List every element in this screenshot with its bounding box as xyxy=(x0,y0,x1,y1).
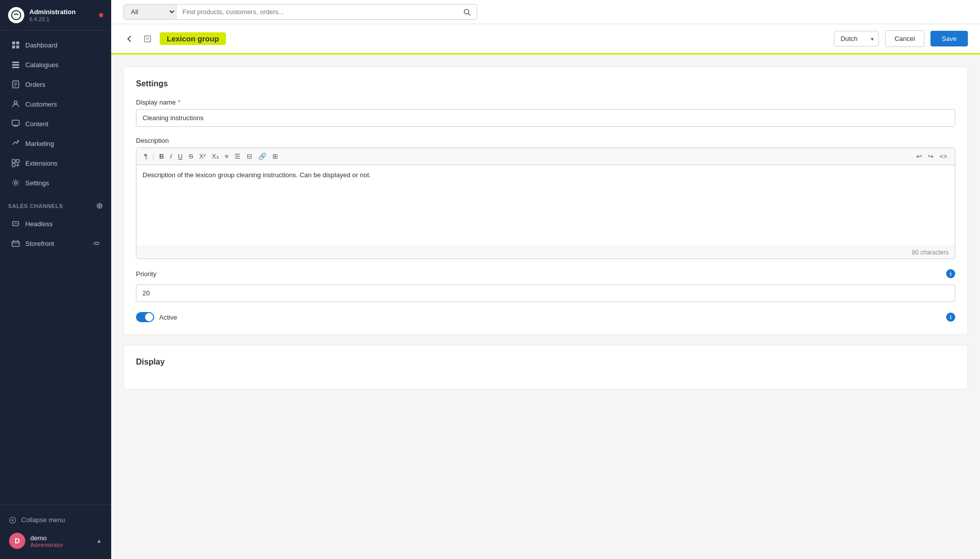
svg-point-23 xyxy=(96,242,98,245)
display-name-field-group: Display name * xyxy=(136,98,955,127)
active-label: Active xyxy=(159,314,177,321)
avatar: D xyxy=(9,533,25,549)
search-input[interactable] xyxy=(176,5,457,19)
settings-card-title: Settings xyxy=(136,79,955,88)
app-name: Administration xyxy=(29,8,76,16)
search-container: All Products Customers Orders xyxy=(123,4,477,20)
collapse-menu-btn[interactable]: Collapse menu xyxy=(4,511,107,529)
rte-toolbar: ¶ B I U S X² X₂ ≡ ☰ ⊟ 🔗 ⊞ ↩ xyxy=(136,148,955,165)
settings-card: Settings Display name * Description ¶ xyxy=(123,67,968,335)
save-button[interactable]: Save xyxy=(930,31,968,46)
app-version: 6.4.20.1 xyxy=(29,16,76,22)
sidebar-item-content[interactable]: Content xyxy=(3,114,108,133)
rte-table-btn[interactable]: ⊞ xyxy=(270,151,281,162)
rte-ordered-list-btn[interactable]: ⊟ xyxy=(244,151,255,162)
status-dot xyxy=(99,13,103,17)
rte-undo-btn[interactable]: ↩ xyxy=(914,151,924,162)
description-label: Description xyxy=(136,137,955,144)
svg-rect-3 xyxy=(12,45,15,48)
sales-channels-section: Sales Channels ⊕ xyxy=(0,193,111,214)
sidebar-item-label: Settings xyxy=(25,179,49,187)
priority-field-group: Priority i xyxy=(136,269,955,302)
sidebar-item-customers[interactable]: Customers xyxy=(3,94,108,114)
sidebar-item-label: Customers xyxy=(25,100,57,108)
language-select[interactable]: Dutch English German xyxy=(834,31,879,46)
sidebar-item-marketing[interactable]: Marketing xyxy=(3,134,108,153)
sidebar-item-headless[interactable]: Headless xyxy=(3,214,108,233)
content-icon xyxy=(11,119,20,128)
rte-divider-1 xyxy=(153,153,154,161)
marketing-icon xyxy=(11,139,20,148)
priority-input[interactable] xyxy=(136,284,955,302)
main-area: All Products Customers Orders xyxy=(111,0,980,559)
priority-label: Priority xyxy=(136,270,156,278)
app-logo xyxy=(8,7,24,23)
rte-list-btn[interactable]: ☰ xyxy=(232,151,243,162)
rte-superscript-btn[interactable]: X² xyxy=(197,151,208,162)
orders-icon xyxy=(11,80,20,89)
sidebar-item-storefront[interactable]: Storefront xyxy=(3,234,108,253)
rte-link-btn[interactable]: 🔗 xyxy=(256,151,269,162)
display-name-input[interactable] xyxy=(136,109,955,127)
svg-rect-17 xyxy=(16,160,19,163)
rte-editor[interactable]: Description of the lexicon group cleanin… xyxy=(136,165,955,246)
main-nav: Dashboard Catalogues Orders xyxy=(0,31,111,504)
edit-icon-btn[interactable] xyxy=(142,33,154,45)
storefront-visibility-icon[interactable] xyxy=(93,240,100,247)
user-role: Administrator xyxy=(30,542,63,548)
rte-underline-btn[interactable]: U xyxy=(175,151,185,162)
back-button[interactable] xyxy=(123,33,135,45)
toggle-thumb xyxy=(145,313,153,321)
page-header: Lexicon group Dutch English German Cance… xyxy=(111,24,980,55)
rte-strikethrough-btn[interactable]: S xyxy=(186,151,196,162)
content-area: Settings Display name * Description ¶ xyxy=(111,55,980,559)
language-selector-wrapper: Dutch English German xyxy=(834,31,879,46)
required-star: * xyxy=(178,98,180,106)
sidebar-item-orders[interactable]: Orders xyxy=(3,75,108,94)
sidebar-item-label: Storefront xyxy=(25,240,54,247)
svg-rect-1 xyxy=(12,41,15,44)
sidebar-item-label: Dashboard xyxy=(25,41,58,49)
user-menu[interactable]: D demo Administrator ▲ xyxy=(4,529,107,553)
search-submit-btn[interactable] xyxy=(457,5,477,19)
sidebar-item-label: Orders xyxy=(25,81,45,88)
active-toggle-row: Active i xyxy=(136,312,955,322)
dashboard-icon xyxy=(11,40,20,49)
sidebar-header: Administration 6.4.20.1 xyxy=(0,0,111,31)
settings-icon xyxy=(11,178,20,187)
svg-rect-2 xyxy=(16,41,19,44)
rte-italic-btn[interactable]: I xyxy=(167,151,174,162)
svg-point-0 xyxy=(12,11,21,20)
rte-source-btn[interactable]: <> xyxy=(937,151,950,162)
sidebar-item-catalogues[interactable]: Catalogues xyxy=(3,55,108,74)
display-card-title: Display xyxy=(136,358,955,367)
sidebar-item-settings[interactable]: Settings xyxy=(3,173,108,192)
display-card: Display xyxy=(123,345,968,389)
rte-char-count: 80 characters xyxy=(136,246,955,259)
sidebar-item-label: Extensions xyxy=(25,160,58,167)
sidebar-item-label: Catalogues xyxy=(25,61,59,69)
cancel-button[interactable]: Cancel xyxy=(885,30,924,47)
display-name-label: Display name * xyxy=(136,98,955,106)
sidebar-item-extensions[interactable]: Extensions xyxy=(3,154,108,173)
svg-rect-7 xyxy=(12,67,19,68)
topbar: All Products Customers Orders xyxy=(111,0,980,24)
sidebar-item-dashboard[interactable]: Dashboard xyxy=(3,35,108,55)
rte-paragraph-btn[interactable]: ¶ xyxy=(142,151,150,162)
active-toggle[interactable] xyxy=(136,312,154,322)
svg-point-12 xyxy=(14,101,17,104)
sidebar-item-label: Content xyxy=(25,120,49,128)
priority-info-icon[interactable]: i xyxy=(946,269,955,278)
rte-align-btn[interactable]: ≡ xyxy=(222,151,231,162)
rte-redo-btn[interactable]: ↪ xyxy=(925,151,936,162)
search-type-select[interactable]: All Products Customers Orders xyxy=(124,5,176,19)
user-chevron-icon: ▲ xyxy=(96,537,102,544)
rte-subscript-btn[interactable]: X₂ xyxy=(209,151,221,162)
priority-label-row: Priority i xyxy=(136,269,955,278)
extensions-icon xyxy=(11,159,20,168)
rte-bold-btn[interactable]: B xyxy=(157,151,166,162)
svg-rect-27 xyxy=(145,36,151,42)
description-field-group: Description ¶ B I U S X² X₂ ≡ ☰ ⊟ xyxy=(136,137,955,259)
add-sales-channel-btn[interactable]: ⊕ xyxy=(96,201,103,211)
active-info-icon[interactable]: i xyxy=(946,313,955,322)
